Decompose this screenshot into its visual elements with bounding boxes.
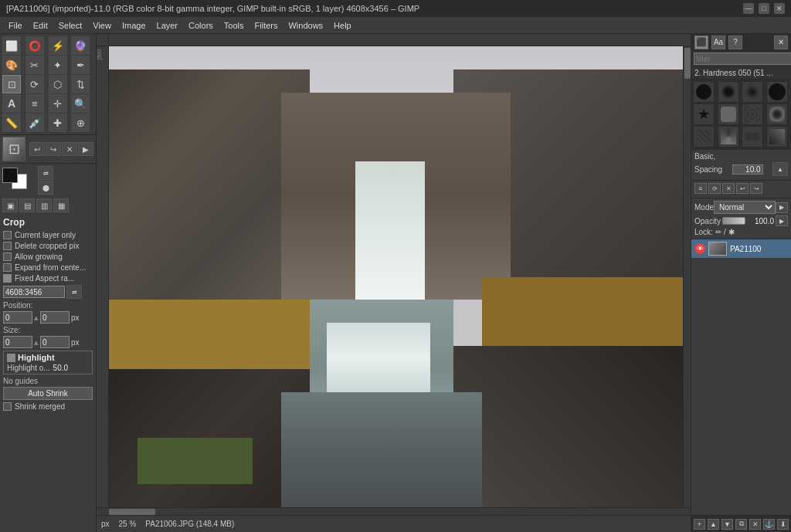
tool-heal[interactable]: ✚ xyxy=(49,114,67,132)
delete-cropped-pix-checkbox[interactable] xyxy=(3,242,12,250)
menu-help[interactable]: Help xyxy=(328,19,357,32)
foreground-color-swatch[interactable] xyxy=(2,168,18,183)
opacity-expand-icon[interactable]: ▶ xyxy=(776,215,788,226)
tool-rect-select[interactable]: ⬜ xyxy=(2,36,21,55)
menu-image[interactable]: Image xyxy=(117,19,151,32)
tool-ellipse-select[interactable]: ⭕ xyxy=(25,36,44,55)
tool-select-by-color[interactable]: 🎨 xyxy=(2,56,21,74)
brush-item-12[interactable] xyxy=(766,126,788,147)
menu-edit[interactable]: Edit xyxy=(28,19,53,32)
brush-presets-icon[interactable]: ⬛ xyxy=(694,36,708,49)
menu-layer[interactable]: Layer xyxy=(151,19,184,32)
spacing-increment[interactable]: ▲ xyxy=(772,162,788,176)
shrink-merged-checkbox[interactable] xyxy=(3,402,12,411)
vertical-scrollbar[interactable] xyxy=(683,46,691,507)
layers-down-btn[interactable]: ▼ xyxy=(721,519,733,530)
help-icon[interactable]: ? xyxy=(728,36,742,49)
minimize-button[interactable]: — xyxy=(743,3,754,14)
lock-icon-slash[interactable]: / xyxy=(724,228,726,236)
brush-item-7[interactable] xyxy=(742,103,763,125)
tool-fuzzy-select[interactable]: 🔮 xyxy=(71,36,90,55)
tool-align[interactable]: ≡ xyxy=(25,94,44,113)
brush-item-11[interactable] xyxy=(742,126,763,147)
tool-flip[interactable]: ⇅ xyxy=(71,75,90,93)
menu-filters[interactable]: Filters xyxy=(250,19,283,32)
spacing-value-input[interactable] xyxy=(732,164,763,175)
canvas-image[interactable] xyxy=(109,46,683,507)
layers-del-btn[interactable]: ✕ xyxy=(749,519,761,530)
tool-zoom[interactable]: 🔍 xyxy=(71,94,90,113)
new-image-from-visible[interactable]: ▣ xyxy=(2,198,18,212)
dynamics-btn-5[interactable]: ↪ xyxy=(750,183,762,194)
horizontal-scrollbar[interactable] xyxy=(97,507,691,515)
menu-select[interactable]: Select xyxy=(53,19,88,32)
tool-transform[interactable]: ⟳ xyxy=(25,75,44,93)
layer-visibility-toggle[interactable]: 👁 xyxy=(694,243,705,254)
option4-button[interactable]: ▶ xyxy=(78,142,93,156)
mode-expand-icon[interactable]: ▶ xyxy=(776,202,788,213)
tool-color-picker[interactable]: 💉 xyxy=(25,114,44,132)
mode-select[interactable]: Normal Multiply Screen Overlay xyxy=(714,201,776,214)
brush-item-6[interactable] xyxy=(718,103,739,125)
tool-text[interactable]: A xyxy=(2,94,21,113)
fill-pattern[interactable]: ▦ xyxy=(53,198,69,212)
expand-from-center-checkbox[interactable] xyxy=(3,263,12,272)
layers-new-btn[interactable]: + xyxy=(694,519,705,530)
dynamics-btn-1[interactable]: ≡ xyxy=(694,183,707,194)
brush-item-2[interactable] xyxy=(718,81,739,103)
brush-item-9[interactable] xyxy=(693,126,715,147)
swap-colors-button[interactable]: ⇄ xyxy=(38,166,53,180)
position-x-input[interactable] xyxy=(3,311,32,324)
fixed-aspect-checkbox[interactable] xyxy=(3,274,12,283)
tool-move[interactable]: ✛ xyxy=(49,94,67,113)
aspect-swap-icon[interactable]: ⇄ xyxy=(66,285,82,299)
tool-paths[interactable]: ✒ xyxy=(71,56,90,74)
highlight-checkbox[interactable] xyxy=(7,354,15,362)
allow-growing-checkbox[interactable] xyxy=(3,252,12,261)
option3-button[interactable]: ✕ xyxy=(62,142,77,156)
menu-tools[interactable]: Tools xyxy=(219,19,250,32)
brush-item-4[interactable] xyxy=(766,81,788,103)
brush-item-3[interactable] xyxy=(742,81,763,103)
brush-item-1[interactable] xyxy=(693,81,715,103)
brush-item-10[interactable] xyxy=(718,126,739,147)
size-h-input[interactable] xyxy=(40,336,70,348)
dynamics-btn-4[interactable]: ↩ xyxy=(736,183,749,194)
maximize-button[interactable]: □ xyxy=(759,3,769,14)
layers-dupe-btn[interactable]: ⧉ xyxy=(735,519,747,530)
menu-file[interactable]: File xyxy=(3,19,28,32)
dynamics-btn-2[interactable]: ⟳ xyxy=(708,183,721,194)
brush-item-8[interactable] xyxy=(766,103,788,125)
tool-measure[interactable]: 📏 xyxy=(2,114,21,132)
tool-scissors[interactable]: ✂ xyxy=(25,56,44,74)
auto-shrink-row[interactable]: Auto Shrink xyxy=(3,387,93,400)
tool-clone[interactable]: ⊕ xyxy=(71,114,90,132)
close-button[interactable]: ✕ xyxy=(774,3,785,14)
tool-crop[interactable]: ⊡ xyxy=(2,75,21,93)
current-layer-only-checkbox[interactable] xyxy=(3,231,12,239)
panel-close-icon[interactable]: ✕ xyxy=(774,36,788,49)
undo-button[interactable]: ↩ xyxy=(29,142,45,156)
brush-item-5[interactable]: ★ xyxy=(693,103,715,125)
horizontal-scroll-thumb[interactable] xyxy=(109,509,155,515)
auto-shrink-button[interactable]: Auto Shrink xyxy=(3,387,93,400)
size-w-input[interactable] xyxy=(3,336,32,348)
reset-colors-button[interactable]: ⬤ xyxy=(38,181,53,195)
lock-icon-star[interactable]: ✱ xyxy=(728,228,735,236)
aspect-value-input[interactable]: 4608:3456 xyxy=(3,286,65,298)
text-tool-icon[interactable]: Aa xyxy=(711,36,725,49)
vertical-scroll-thumb[interactable] xyxy=(684,48,691,79)
dynamics-btn-3[interactable]: ✕ xyxy=(722,183,735,194)
brush-filter-input[interactable] xyxy=(694,53,791,65)
redo-button[interactable]: ↪ xyxy=(46,142,61,156)
menu-view[interactable]: View xyxy=(87,19,117,32)
layers-anchor-btn[interactable]: ⚓ xyxy=(763,519,775,530)
tool-foreground-select[interactable]: ✦ xyxy=(49,56,67,74)
opacity-slider[interactable] xyxy=(722,217,745,225)
canvas-viewport[interactable] xyxy=(109,46,683,507)
position-y-input[interactable] xyxy=(40,311,70,324)
menu-windows[interactable]: Windows xyxy=(283,19,328,32)
tool-perspective[interactable]: ⬡ xyxy=(49,75,67,93)
layers-merge-btn[interactable]: ⬇ xyxy=(777,519,789,530)
layers-up-btn[interactable]: ▲ xyxy=(708,519,719,530)
